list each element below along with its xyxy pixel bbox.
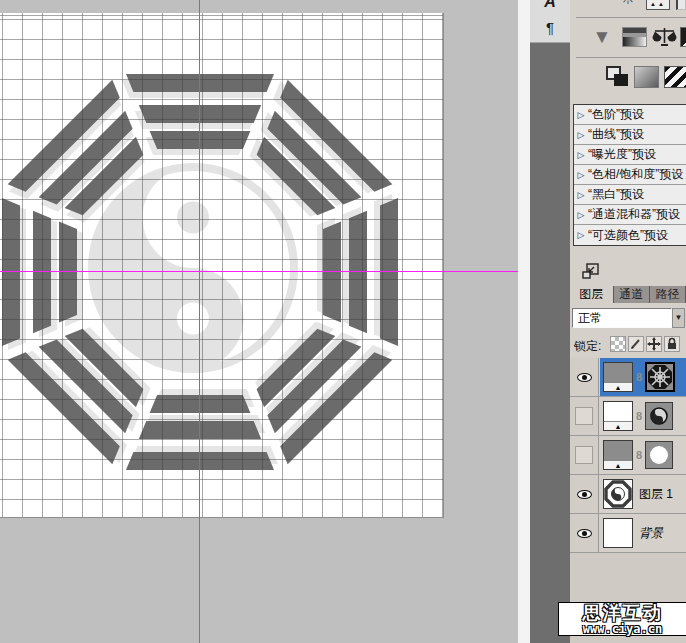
layer-mask-thumbnail[interactable] (645, 402, 673, 430)
layer-thumbnail[interactable] (603, 518, 633, 548)
layer-list: ▲ 8 (570, 358, 686, 553)
layer-mask-thumbnail[interactable] (645, 362, 675, 392)
eye-icon[interactable] (577, 529, 592, 538)
collapsed-panel-dock: A ¶ (530, 0, 570, 643)
preset-row-levels[interactable]: ▷ “色阶”预设 (574, 105, 686, 125)
watermark: 思洋互动 www.ciya.cn (558, 602, 686, 636)
selective-color-icon[interactable] (664, 66, 686, 88)
watermark-title: 思洋互动 (559, 603, 686, 623)
expand-triangle-icon[interactable]: ▷ (574, 130, 588, 140)
dock-icon-group: A ¶ (530, 0, 570, 43)
lock-position-icon[interactable] (646, 336, 662, 352)
levels-slider-icon: ▲ (604, 382, 632, 391)
watermark-url: www.ciya.cn (559, 623, 686, 635)
layer-name: 背景 (639, 525, 663, 542)
lock-controls: 锁定: (570, 335, 686, 355)
vertical-guide[interactable] (199, 0, 200, 643)
photo-front (614, 74, 628, 86)
adjustment-preview (604, 363, 632, 382)
visibility-cell[interactable] (570, 436, 599, 474)
levels-slider-icon: ▲ (604, 460, 632, 469)
window-edge (518, 0, 530, 643)
layer-row-background[interactable]: 背景 (570, 514, 686, 553)
expand-triangle-icon[interactable]: ▷ (574, 110, 588, 120)
divider (576, 57, 686, 58)
horizontal-guide[interactable] (0, 271, 518, 272)
layer-row-adjustment-2[interactable]: ▲ 8 (570, 397, 686, 436)
photoshop-window: A ¶ ☀ ▲▲ ▼ (0, 0, 686, 643)
black-white-icon[interactable] (680, 27, 686, 47)
layer-row-adjustment-1[interactable]: ▲ 8 (570, 358, 686, 397)
visibility-checkbox[interactable] (575, 446, 593, 464)
photo-filter-icon[interactable] (606, 66, 630, 88)
layer-row-adjustment-3[interactable]: ▲ 8 (570, 436, 686, 475)
layer-thumbnail[interactable] (603, 479, 633, 509)
preset-label: “可选颜色”预设 (588, 227, 668, 244)
adjustment-preview (604, 441, 632, 460)
levels-icon[interactable]: ▲▲ (646, 0, 670, 10)
link-mask-icon: 8 (633, 410, 645, 422)
hue-saturation-icon[interactable] (622, 27, 647, 47)
yinyang-watermark (92, 167, 294, 369)
tab-paths[interactable]: 路径 (650, 286, 686, 303)
eye-icon[interactable] (577, 490, 592, 499)
preset-label: “色相/饱和度”预设 (588, 166, 683, 183)
adjustment-preview (604, 402, 632, 421)
vibrance-icon[interactable]: ▼ (590, 26, 614, 47)
paragraph-panel-icon[interactable]: ¶ (530, 19, 570, 36)
preset-row-black-white[interactable]: ▷ “黑白”预设 (574, 185, 686, 205)
adjustment-thumbnail[interactable]: ▲ (603, 362, 633, 392)
preset-label: “黑白”预设 (588, 186, 644, 203)
preset-row-exposure[interactable]: ▷ “曝光度”预设 (574, 145, 686, 165)
right-panel: ☀ ▲▲ ▼ ▷ “色阶”预设 (570, 0, 686, 643)
visibility-cell[interactable] (570, 358, 599, 396)
lock-all-icon[interactable] (664, 336, 680, 352)
preset-row-selective-color[interactable]: ▷ “可选颜色”预设 (574, 225, 686, 245)
switch-panel-icon[interactable] (582, 263, 599, 279)
document-canvas[interactable] (0, 13, 444, 518)
bagua-artwork (0, 13, 444, 518)
levels-slider-icon: ▲ (604, 421, 632, 430)
preset-label: “通道混和器”预设 (588, 206, 680, 223)
eye-icon[interactable] (577, 373, 592, 382)
color-balance-icon[interactable] (652, 26, 677, 48)
gradient-map-icon[interactable] (634, 66, 659, 88)
visibility-cell[interactable] (570, 514, 599, 552)
preset-label: “曝光度”预设 (588, 146, 656, 163)
layer-name: 图层 1 (639, 486, 673, 503)
tab-layers[interactable]: 图层 (570, 286, 614, 303)
layers-panel-body: 正常 ▼ 锁定: (570, 303, 686, 643)
layer-mask-thumbnail[interactable] (645, 441, 673, 469)
adjustments-preset-list: ▷ “色阶”预设 ▷ “曲线”预设 ▷ “曝光度”预设 ▷ “色相/饱和度”预设… (573, 104, 686, 246)
visibility-checkbox[interactable] (575, 407, 593, 425)
lock-pixels-icon[interactable] (628, 336, 644, 352)
panel-tabs: 图层 通道 路径 (570, 286, 686, 303)
preset-row-curves[interactable]: ▷ “曲线”预设 (574, 125, 686, 145)
curves-icon[interactable] (676, 0, 686, 10)
preset-row-hue-saturation[interactable]: ▷ “色相/饱和度”预设 (574, 165, 686, 185)
expand-triangle-icon[interactable]: ▷ (574, 150, 588, 160)
expand-triangle-icon[interactable]: ▷ (574, 190, 588, 200)
expand-triangle-icon[interactable]: ▷ (574, 210, 588, 220)
tab-channels[interactable]: 通道 (614, 286, 650, 303)
preset-row-channel-mixer[interactable]: ▷ “通道混和器”预设 (574, 205, 686, 225)
blend-mode-select[interactable]: 正常 (572, 308, 672, 328)
lock-transparency-icon[interactable] (610, 336, 626, 352)
expand-triangle-icon[interactable]: ▷ (574, 230, 588, 240)
preset-label: “色阶”预设 (588, 106, 644, 123)
brightness-contrast-icon[interactable]: ☀ (616, 0, 640, 10)
adjustment-thumbnail[interactable]: ▲ (603, 401, 633, 431)
adjustment-thumbnail[interactable]: ▲ (603, 440, 633, 470)
character-panel-icon[interactable]: A (530, 0, 570, 11)
lock-label: 锁定: (574, 338, 601, 355)
expand-triangle-icon[interactable]: ▷ (574, 170, 588, 180)
blend-mode-arrow-icon[interactable]: ▼ (672, 308, 685, 328)
divider (576, 17, 686, 18)
layer-row-layer1[interactable]: 图层 1 (570, 475, 686, 514)
visibility-cell[interactable] (570, 475, 599, 513)
link-mask-icon: 8 (633, 371, 645, 383)
link-mask-icon: 8 (633, 449, 645, 461)
visibility-cell[interactable] (570, 397, 599, 435)
preset-label: “曲线”预设 (588, 126, 644, 143)
